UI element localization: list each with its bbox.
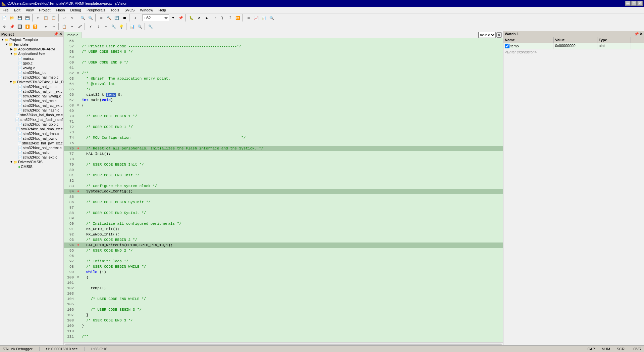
tb2-btn3[interactable]: 🔲: [16, 23, 23, 30]
run-to-cursor-button[interactable]: ⏩: [234, 14, 241, 21]
menu-file[interactable]: File: [0, 8, 11, 12]
tree-hal-tim-ex[interactable]: 📄 stm32f4xx_hal_tim_ex.c: [0, 89, 63, 94]
tree-hal-flash[interactable]: 📄 stm32f4xx_hal_flash.c: [0, 108, 63, 113]
tree-hal-dma[interactable]: 📄 stm32f4xx_hal_dma.c: [0, 131, 63, 136]
paste-button[interactable]: 📋: [50, 14, 57, 21]
menu-window[interactable]: Window: [137, 8, 156, 12]
watch-close-icon[interactable]: ✕: [640, 32, 643, 36]
sidebar-pin-icon[interactable]: 📌: [54, 32, 58, 36]
tree-hal-flash-ramf[interactable]: 📄 stm32f4xx_hal_flash_ramf: [0, 117, 63, 122]
menu-edit[interactable]: Edit: [11, 8, 23, 12]
tab-main-c[interactable]: main.c: [64, 32, 82, 38]
tree-cmsis-file[interactable]: ● CMSIS: [0, 164, 63, 169]
menu-tools[interactable]: Tools: [108, 8, 122, 12]
save-all-button[interactable]: 💾: [24, 14, 31, 21]
tb2-btn17[interactable]: 🔍: [136, 23, 144, 30]
minimize-button[interactable]: —: [625, 1, 631, 6]
tb2-btn15[interactable]: 💡: [118, 23, 125, 30]
reset-button[interactable]: ↺: [196, 14, 203, 21]
target-btn-1[interactable]: ▼: [169, 14, 177, 21]
tree-template-folder[interactable]: ▼ 📁 Template: [0, 42, 63, 47]
tree-hal-pwr-ex[interactable]: 📄 stm32f4xx_hal_pwr_ex.c: [0, 141, 63, 145]
undo-button[interactable]: ↩: [61, 14, 68, 21]
menu-help[interactable]: Help: [156, 8, 169, 12]
tree-hal-pwr[interactable]: 📄 stm32f4xx_hal_pwr.c: [0, 136, 63, 141]
tree-hal-drv-folder[interactable]: ▼ 📁 Drivers/STM32F4xx_HAL_Drive: [0, 80, 63, 84]
menu-peripherals[interactable]: Peripherals: [84, 8, 108, 12]
tb2-btn7[interactable]: ↪: [50, 23, 57, 30]
close-button[interactable]: ✕: [637, 1, 643, 6]
tb2-btn8[interactable]: 📋: [61, 23, 68, 30]
zoom-button[interactable]: 🔍: [268, 14, 275, 21]
compile-button[interactable]: ⚙: [98, 14, 105, 21]
replace-button[interactable]: 🔍: [87, 14, 94, 21]
menu-svcs[interactable]: SVCS: [122, 8, 137, 12]
tb2-btn11[interactable]: ⚡: [87, 23, 94, 30]
stop-build-button[interactable]: ⏹: [121, 14, 128, 21]
load-button[interactable]: ⬇: [131, 14, 139, 21]
step-over-button[interactable]: ⤵: [219, 14, 226, 21]
tree-hal-hal[interactable]: 📄 stm32f4xx_hal.c: [0, 150, 63, 155]
tree-hal-tim[interactable]: 📄 stm32f4xx_hal_tim.c: [0, 84, 63, 89]
rebuild-button[interactable]: 🔄: [113, 14, 120, 21]
tb2-btn13[interactable]: ↔: [102, 23, 110, 30]
tb2-btn9[interactable]: ✂: [68, 23, 76, 30]
editor-close-button[interactable]: ✕: [496, 32, 502, 38]
tb2-btn4[interactable]: ⏫: [24, 23, 31, 30]
tb2-btn1[interactable]: ⚙: [1, 23, 8, 30]
tree-hal-flash-ex[interactable]: 📄 stm32f4xx_hal_flash_ex.c: [0, 113, 63, 117]
save-button[interactable]: 💾: [16, 14, 23, 21]
tree-hal-wwdg[interactable]: 📄 stm32f4xx_hal_wwdg.c: [0, 94, 63, 98]
open-button[interactable]: 📂: [8, 14, 16, 21]
tb2-btn18[interactable]: 🔧: [147, 23, 154, 30]
code-area[interactable]: 56 57/* Private user code --------------…: [64, 38, 503, 342]
watch-enter-expression[interactable]: <Enter expression>: [503, 49, 554, 55]
watch-pin-icon[interactable]: 📌: [634, 32, 639, 36]
tb2-btn10[interactable]: 🖊: [76, 23, 84, 30]
tree-app-mdk-folder[interactable]: ▶ 📁 Application/MDK-ARM: [0, 47, 63, 51]
cut-button[interactable]: ✂: [35, 14, 42, 21]
run-button[interactable]: ▶: [203, 14, 211, 21]
redo-button[interactable]: ↪: [68, 14, 76, 21]
tb2-btn6[interactable]: ↩: [42, 23, 50, 30]
trace-button[interactable]: 📈: [253, 14, 260, 21]
debug-mode-button[interactable]: 🐛: [188, 14, 195, 21]
target-selector[interactable]: u32: [142, 14, 169, 21]
tree-file-main-c[interactable]: 📄 main.c: [0, 56, 63, 61]
step-out-button[interactable]: ⤴: [226, 14, 234, 21]
tree-hal-rcc-ex[interactable]: 📄 stm32f4xx_hal_rcc_ex.c: [0, 103, 63, 108]
tree-hal-gpio[interactable]: 📄 stm32f4xx_hal_gpio.c: [0, 122, 63, 127]
tree-file-it-c[interactable]: 📄 stm32f4xx_it.c: [0, 70, 63, 75]
menu-flash[interactable]: Flash: [53, 8, 68, 12]
sidebar-close-icon[interactable]: ✕: [59, 32, 62, 36]
tb2-btn12[interactable]: ↕: [95, 23, 102, 30]
tree-hal-rcc[interactable]: 📄 stm32f4xx_hal_rcc.c: [0, 98, 63, 103]
copy-button[interactable]: 📋: [42, 14, 50, 21]
step-button[interactable]: →: [211, 14, 218, 21]
logic-analyzer-button[interactable]: 📊: [260, 14, 268, 21]
tree-hal-dma-ex[interactable]: 📄 stm32f4xx_hal_dma_ex.c: [0, 127, 63, 131]
tree-app-user-folder[interactable]: ▼ 📁 Application/User: [0, 51, 63, 56]
menu-view[interactable]: View: [23, 8, 37, 12]
tree-file-msp-c[interactable]: 📄 stm32f4xx_hal_msp.c: [0, 75, 63, 80]
tree-hal-cortex[interactable]: 📄 stm32f4xx_hal_cortex.c: [0, 145, 63, 150]
tree-hal-exti[interactable]: 📄 stm32f4xx_hal_exti.c: [0, 155, 63, 160]
find-button[interactable]: 🔍: [79, 14, 87, 21]
editor-tab-selector[interactable]: main.c: [478, 32, 496, 38]
menu-debug[interactable]: Debug: [68, 8, 84, 12]
target-btn-2[interactable]: 📌: [177, 14, 184, 21]
watch-checkbox-temp[interactable]: [505, 44, 509, 48]
tb2-btn5[interactable]: ⏬: [32, 23, 39, 30]
new-file-button[interactable]: 📄: [1, 14, 8, 21]
menu-project[interactable]: Project: [36, 8, 53, 12]
tree-project-root[interactable]: ▼ 📁 Project: Template: [0, 37, 63, 42]
tb2-btn2[interactable]: 📌: [8, 23, 16, 30]
tb2-btn14[interactable]: 🔧: [110, 23, 117, 30]
tree-file-wwdg-c[interactable]: 📄 wwdg.c: [0, 65, 63, 70]
maximize-button[interactable]: □: [631, 1, 637, 6]
build-button[interactable]: 🔨: [105, 14, 113, 21]
tree-cmsis-folder[interactable]: ▼ 📁 Drivers/CMSIS: [0, 160, 63, 164]
config-button[interactable]: ⚙: [245, 14, 252, 21]
tree-file-gpio-c[interactable]: 📄 gpio.c: [0, 61, 63, 65]
tb2-btn16[interactable]: 📊: [128, 23, 136, 30]
